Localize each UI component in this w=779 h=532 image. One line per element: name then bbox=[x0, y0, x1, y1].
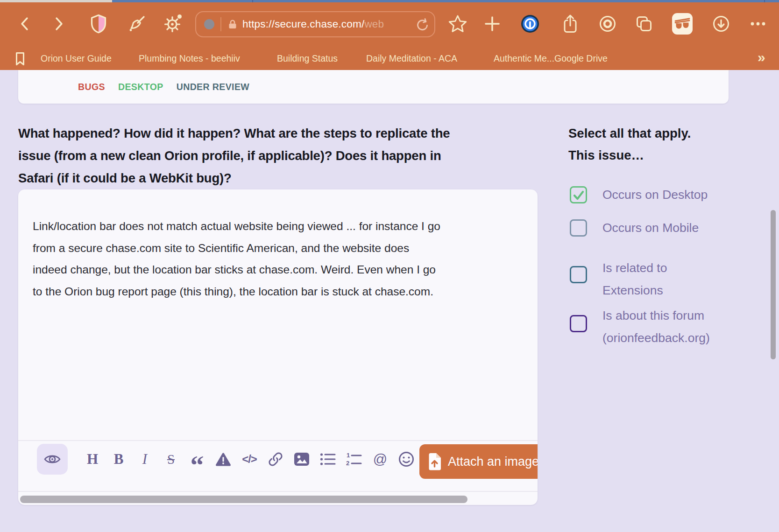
lock-icon bbox=[227, 19, 238, 30]
browser-window: https://secure.chase.com/web bbox=[0, 0, 779, 532]
bug-description-editor: Link/location bar does not match actual … bbox=[18, 189, 538, 505]
bookmarks-overflow-button[interactable]: » bbox=[758, 47, 765, 70]
tag-list: BUGS DESKTOP UNDER REVIEW bbox=[78, 70, 249, 104]
bookmark-item[interactable]: Plumbing Notes - beehiiv bbox=[139, 47, 240, 70]
question-line: issue (from a new clean Orion profile, i… bbox=[18, 145, 450, 167]
editor-text-line: Link/location bar does not match actual … bbox=[33, 216, 440, 238]
privacy-shield-button[interactable] bbox=[88, 14, 109, 34]
checkbox-label-occurs-on-mobile[interactable]: Occurs on Mobile bbox=[602, 219, 699, 237]
reload-icon bbox=[416, 17, 429, 31]
back-button[interactable] bbox=[14, 14, 35, 34]
downloads-button[interactable] bbox=[711, 14, 731, 34]
browser-toolbar: https://secure.chase.com/web bbox=[0, 2, 779, 70]
bookmark-item[interactable]: Orion User Guide bbox=[41, 47, 112, 70]
url-text: https://secure.chase.com/web bbox=[242, 18, 384, 30]
copy-tabs-icon bbox=[635, 14, 653, 33]
spoiler-warning-button[interactable] bbox=[210, 444, 236, 475]
target-icon bbox=[599, 15, 616, 33]
editor-text-line: from a secure chase.com site to Scientif… bbox=[33, 238, 440, 259]
label-line: Extensions bbox=[602, 279, 667, 301]
sidebar-heading-line: Select all that apply. bbox=[568, 122, 691, 144]
onepassword-extension-button[interactable] bbox=[520, 14, 540, 34]
ol-number: 1 bbox=[347, 452, 350, 459]
download-icon bbox=[712, 15, 730, 33]
vertical-scrollbar-thumb[interactable] bbox=[771, 210, 776, 359]
onepassword-icon bbox=[520, 14, 540, 34]
shield-icon bbox=[90, 14, 107, 34]
checkmark-icon bbox=[572, 188, 586, 202]
checkbox-label-related-to-extensions[interactable]: Is related to Extensions bbox=[602, 257, 667, 301]
editor-text-line: indeed change, but the location bar stic… bbox=[33, 259, 440, 281]
heading-button[interactable]: H bbox=[79, 444, 106, 475]
tag-bugs[interactable]: BUGS bbox=[78, 82, 105, 92]
link-chain-icon bbox=[268, 451, 283, 467]
checkbox-about-this-forum[interactable] bbox=[570, 315, 587, 332]
bookmark-item[interactable]: Daily Meditation - ACA bbox=[366, 47, 457, 70]
duplicate-tab-button[interactable] bbox=[634, 14, 654, 34]
chevron-right-icon bbox=[53, 16, 65, 32]
bold-button[interactable]: B bbox=[106, 444, 132, 475]
gear-icon bbox=[163, 14, 183, 34]
attach-image-button[interactable]: Attach an image bbox=[419, 444, 538, 479]
attach-image-label: Attach an image bbox=[448, 455, 538, 469]
checkbox-occurs-on-desktop[interactable] bbox=[570, 186, 587, 203]
italic-button[interactable]: I bbox=[132, 444, 158, 475]
sidebar-heading-line: This issue… bbox=[568, 144, 691, 166]
question-line: What happened? How did it happen? What a… bbox=[18, 122, 450, 145]
image-icon bbox=[294, 452, 310, 466]
numbered-list-button[interactable]: 1 2 bbox=[341, 444, 367, 475]
reload-button[interactable] bbox=[416, 17, 429, 31]
bullet-list-button[interactable] bbox=[315, 444, 341, 475]
file-upload-icon bbox=[427, 452, 442, 471]
tag-desktop[interactable]: DESKTOP bbox=[118, 82, 163, 92]
forward-button[interactable] bbox=[49, 14, 69, 34]
bookmark-item[interactable]: Building Status bbox=[277, 47, 338, 70]
settings-gear-button[interactable] bbox=[163, 14, 183, 34]
urlbar-divider bbox=[220, 17, 221, 31]
question-heading: What happened? How did it happen? What a… bbox=[18, 122, 450, 189]
horizontal-scrollbar-thumb[interactable] bbox=[20, 496, 467, 503]
emoji-button[interactable] bbox=[393, 444, 419, 475]
bookmarks-bar: Orion User Guide Plumbing Notes - beehii… bbox=[0, 47, 779, 70]
web-page: BUGS DESKTOP UNDER REVIEW What happened?… bbox=[0, 70, 779, 532]
mention-button[interactable]: @ bbox=[367, 444, 393, 475]
editor-textarea[interactable]: Link/location bar does not match actual … bbox=[33, 216, 440, 302]
more-menu-button[interactable] bbox=[748, 14, 768, 34]
bookmark-star-button[interactable] bbox=[447, 14, 468, 34]
preview-toggle-button[interactable] bbox=[37, 444, 68, 475]
code-button[interactable]: </> bbox=[236, 444, 262, 475]
toolbar-divider bbox=[18, 440, 538, 441]
checkbox-label-about-this-forum[interactable]: Is about this forum (orionfeedback.org) bbox=[602, 304, 710, 349]
paint-brush-icon bbox=[127, 14, 146, 33]
focus-target-button[interactable] bbox=[597, 14, 618, 34]
insert-image-button[interactable] bbox=[289, 444, 315, 475]
address-bar[interactable]: https://secure.chase.com/web bbox=[195, 11, 435, 37]
question-line: Safari (if it could be a WebKit bug)? bbox=[18, 167, 450, 189]
extension-tile-button[interactable] bbox=[672, 14, 693, 34]
link-button[interactable] bbox=[262, 444, 289, 475]
smiley-icon bbox=[398, 451, 414, 467]
share-button[interactable] bbox=[560, 14, 581, 34]
ol-number: 2 bbox=[346, 460, 349, 467]
tag-under-review[interactable]: UNDER REVIEW bbox=[177, 82, 249, 92]
checkbox-label-occurs-on-desktop[interactable]: Occurs on Desktop bbox=[602, 186, 708, 203]
new-tab-button[interactable] bbox=[482, 14, 503, 34]
checkbox-occurs-on-mobile[interactable] bbox=[570, 219, 587, 237]
sidebar-heading: Select all that apply. This issue… bbox=[568, 122, 691, 166]
blockquote-button[interactable]: “ bbox=[184, 444, 210, 475]
url-secure-part: https://secure.chase.com/ bbox=[242, 18, 364, 30]
share-icon bbox=[561, 14, 579, 34]
appearance-brush-button[interactable] bbox=[127, 14, 147, 34]
warning-triangle-icon bbox=[215, 452, 231, 467]
bookmark-item[interactable]: Authentic Me...Google Drive bbox=[494, 47, 608, 70]
chevron-left-icon bbox=[19, 16, 31, 32]
numbered-list-icon: 1 2 bbox=[346, 452, 362, 467]
post-header-card: BUGS DESKTOP UNDER REVIEW bbox=[18, 70, 729, 104]
label-line: Occurs on Mobile bbox=[602, 219, 699, 237]
favicon-placeholder-icon bbox=[204, 19, 214, 29]
checkbox-related-to-extensions[interactable] bbox=[570, 266, 587, 283]
bullet-list-icon bbox=[320, 452, 336, 466]
label-line: Is about this forum bbox=[602, 304, 710, 327]
editor-toolbar: H B I S “ </> bbox=[79, 444, 419, 475]
strikethrough-button[interactable]: S bbox=[158, 444, 184, 475]
